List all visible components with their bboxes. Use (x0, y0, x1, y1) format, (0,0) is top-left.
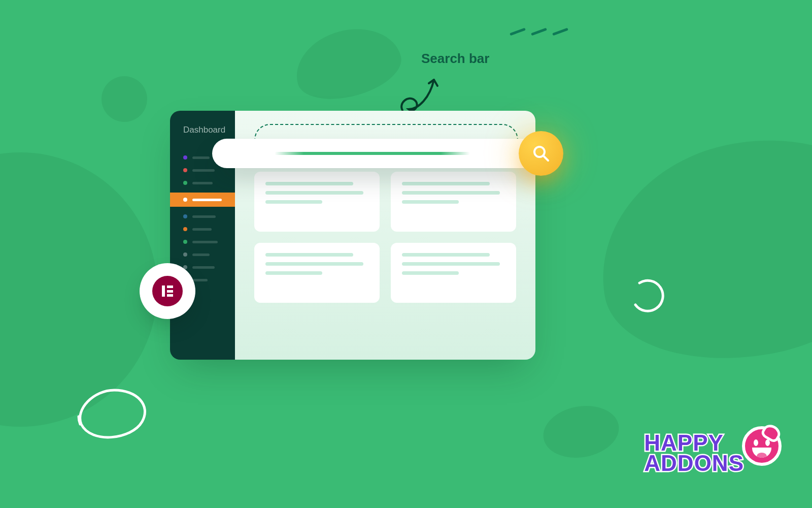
nav-bar-line (192, 228, 212, 231)
annotation-search-bar: Search bar (421, 51, 489, 67)
content-card-3[interactable] (391, 243, 516, 303)
nav-bar-line (192, 253, 210, 256)
sidebar-item-4[interactable] (183, 213, 235, 219)
card-text-line (265, 200, 322, 204)
sidebar-item-2[interactable] (183, 180, 235, 186)
nav-dot-icon (183, 155, 187, 160)
card-text-line (402, 191, 500, 195)
nav-dot-icon (183, 168, 187, 172)
nav-bar-line (192, 241, 218, 243)
card-text-line (402, 200, 459, 204)
card-text-line (265, 191, 363, 195)
nav-bar-line (192, 215, 216, 218)
card-text-line (402, 271, 459, 275)
decor-arc-stroke (629, 277, 670, 318)
search-input[interactable] (212, 139, 547, 168)
bg-blob (583, 117, 812, 380)
nav-dot-icon (183, 252, 187, 257)
sidebar-nav (170, 154, 235, 283)
bg-blob (539, 400, 623, 464)
card-text-line (265, 253, 353, 257)
bg-blob (101, 76, 147, 122)
nav-dot-icon (183, 240, 187, 244)
brand-text-line1: HAPPY (644, 433, 744, 453)
happyaddons-face-icon (742, 426, 782, 466)
sidebar-title: Dashboard (170, 125, 235, 135)
nav-bar-line (192, 182, 213, 184)
nav-dot-icon (183, 198, 187, 202)
nav-dot-icon (183, 181, 187, 185)
annotation-label: Search bar (421, 51, 489, 67)
sidebar-item-8[interactable] (183, 264, 235, 270)
search-button[interactable] (519, 131, 563, 176)
search-icon (532, 144, 550, 163)
annotation-arrow-icon (393, 62, 449, 118)
content-card-0[interactable] (254, 172, 380, 232)
sidebar-item-5[interactable] (183, 226, 235, 232)
card-text-line (265, 182, 353, 185)
nav-dot-icon (183, 214, 187, 218)
happyaddons-logo: HAPPY ADDONS (644, 426, 782, 480)
card-text-line (402, 262, 500, 266)
nav-bar-line (192, 266, 215, 269)
nav-bar-line (192, 156, 210, 159)
elementor-badge (140, 263, 195, 319)
content-card-2[interactable] (254, 243, 380, 303)
decor-ticks (510, 30, 568, 33)
svg-line-1 (544, 156, 548, 161)
nav-dot-icon (183, 227, 187, 231)
card-text-line (402, 253, 490, 257)
sidebar-item-6[interactable] (183, 239, 235, 245)
content-card-1[interactable] (391, 172, 516, 232)
search-placeholder-line (275, 152, 470, 155)
nav-bar-line (192, 199, 222, 201)
card-text-line (265, 262, 363, 266)
nav-bar-line (192, 169, 215, 172)
brand-text-line2: ADDONS (644, 453, 744, 473)
cards-grid (254, 172, 516, 303)
card-text-line (402, 182, 490, 185)
elementor-icon (152, 276, 183, 306)
bg-blob (288, 18, 408, 109)
nav-bar-line (192, 279, 208, 281)
search-bar (212, 136, 563, 171)
sidebar-item-7[interactable] (183, 251, 235, 258)
decor-oval-stroke (71, 381, 152, 442)
sidebar-item-3[interactable] (170, 193, 235, 207)
card-text-line (265, 271, 322, 275)
